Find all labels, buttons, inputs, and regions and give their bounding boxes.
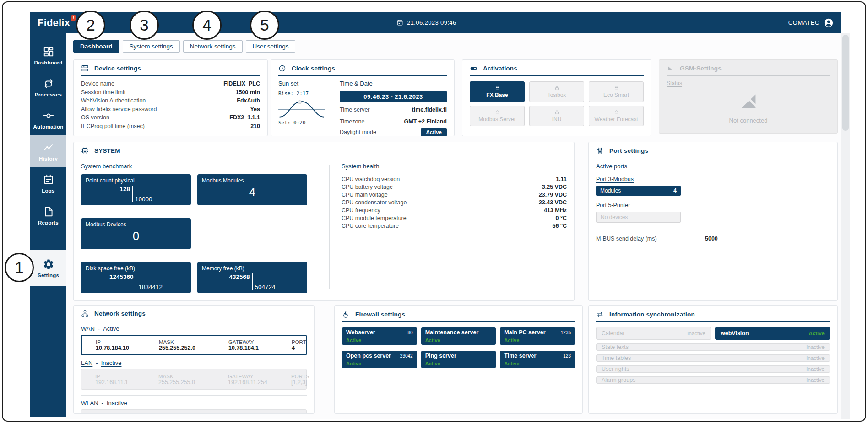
firewall-main-pc-server[interactable]: Main PC server1235Active	[500, 327, 575, 345]
tab-dashboard[interactable]: Dashboard	[73, 40, 119, 53]
sidebar-label: Dashboard	[34, 60, 63, 65]
sync-status: Inactive	[806, 344, 825, 350]
sidebar-item-reports[interactable]: Reports	[30, 199, 66, 231]
tab-network-settings[interactable]: Network settings	[183, 40, 243, 53]
tab-divider	[66, 59, 841, 59]
health-row: CPU battery voltage3.25 VDC	[342, 183, 567, 191]
sync-calendar[interactable]: CalendarInactive	[596, 327, 711, 340]
wlan-link[interactable]: WLAN	[81, 400, 98, 407]
system-benchmark-link[interactable]: System benchmark	[81, 163, 132, 170]
tab-user-settings[interactable]: User settings	[246, 40, 296, 53]
row-value: FIDELIX_PLC	[223, 80, 260, 87]
panel-title: Device settings	[94, 65, 141, 72]
server-name: Webserver	[346, 329, 375, 336]
settings-row: Allow fidelix service passwordYes	[81, 105, 260, 114]
lan-heading: LAN - Inactive	[81, 359, 307, 366]
row-label: Time server	[340, 107, 370, 113]
status-badge: Active	[425, 337, 440, 343]
settings-row: OS versionFDX2_1.1.1	[81, 113, 260, 122]
health-row: CPU module temperature0 °C	[342, 214, 567, 222]
server-port: 123	[563, 353, 571, 359]
firewall-webserver[interactable]: Webserver80Active	[342, 327, 417, 345]
time-date-link[interactable]: Time & Date	[340, 80, 373, 87]
tile-modbus-devices[interactable]: Modbus Devices 0	[81, 218, 191, 249]
lan-config-box[interactable]: IP192.168.11.1 MASK255.255.255.0 GATEWAY…	[81, 369, 307, 390]
wan-link[interactable]: WAN	[81, 325, 95, 332]
field-label: PORTS	[291, 374, 309, 379]
activation-fx-base[interactable]: FX Base	[470, 81, 525, 102]
field-label: PORT	[292, 339, 306, 345]
toggle-icon	[470, 64, 477, 72]
sidebar-item-logs[interactable]: Logs	[30, 167, 66, 199]
tile-value: 128	[119, 186, 130, 193]
user-menu[interactable]: COMATEC	[788, 18, 834, 28]
lan-state[interactable]: Inactive	[101, 359, 122, 366]
sync-alarm-groups[interactable]: Alarm groupsInactive	[596, 376, 830, 384]
row-value: 0 °C	[556, 215, 567, 221]
sidebar-item-dashboard[interactable]: Dashboard	[30, 39, 66, 71]
tile-value: 0	[86, 229, 186, 243]
current-time-date[interactable]: 09:46:23 - 21.6.2023	[340, 91, 447, 102]
sunset-section: Sun set Rise: 2:17 Set: 0:20	[278, 80, 332, 136]
activation-inu[interactable]: INU	[529, 106, 584, 126]
wlan-state[interactable]: Inactive	[107, 400, 127, 407]
activation-eco-smart[interactable]: Eco Smart	[589, 81, 644, 102]
health-row: CPU main voltage23.79 VDC	[342, 191, 567, 198]
sync-user-rights[interactable]: User rightsInactive	[596, 365, 830, 373]
panel-title: Activations	[483, 65, 517, 72]
sidebar-item-automation[interactable]: Automation	[30, 103, 66, 135]
sync-state-texts[interactable]: State textsInactive	[596, 343, 830, 351]
modules-count-bar[interactable]: Modules 4	[596, 186, 681, 196]
port3-modbus-link[interactable]: Port 3-Modbus	[596, 176, 634, 182]
settings-row: TimezoneGMT +2 Finland	[340, 118, 447, 126]
wan-state[interactable]: Active	[103, 325, 119, 332]
sync-webvision[interactable]: webVisionActive	[715, 327, 830, 340]
signal-wedge-icon	[667, 64, 674, 72]
activation-modbus-server[interactable]: Modbus Server	[470, 106, 525, 126]
tile-memory-free[interactable]: Memory free (kB) 432568504724	[197, 262, 307, 293]
daylight-active-button[interactable]: Active	[421, 128, 447, 136]
scrollbar-thumb[interactable]	[842, 35, 849, 131]
info-sync-panel: Information synchronization CalendarInac…	[588, 305, 838, 414]
panel-title: GSM-Settings	[680, 65, 722, 72]
sunset-link[interactable]: Sun set	[278, 80, 298, 87]
row-value: 1.11	[556, 176, 567, 182]
gsm-message: Not connected	[729, 117, 768, 124]
tile-disk-space-free[interactable]: Disk space free (kB) 12453601834412	[81, 262, 191, 293]
tile-modbus-modules[interactable]: Modbus Modules 4	[197, 174, 307, 205]
system-health-link[interactable]: System health	[342, 163, 379, 170]
username: COMATEC	[788, 19, 819, 26]
sync-time-tables[interactable]: Time tablesInactive	[596, 354, 830, 362]
row-value: Yes	[250, 106, 260, 112]
sidebar-label: Logs	[42, 188, 54, 193]
tile-point-count-physical[interactable]: Point count physical 12810000	[81, 174, 191, 205]
lan-link[interactable]: LAN	[81, 359, 92, 366]
sidebar-item-history[interactable]: History	[30, 135, 66, 167]
activation-tosibox[interactable]: Tosibox	[529, 81, 584, 102]
field-label: IP	[96, 339, 159, 345]
panel-title: Network settings	[94, 310, 146, 317]
sidebar-label: Settings	[38, 273, 59, 278]
wan-config-box[interactable]: IP10.78.184.10 MASK255.255.252.0 GATEWAY…	[81, 335, 307, 355]
lock-icon	[554, 85, 560, 91]
fraction-divider	[136, 273, 136, 290]
vertical-scrollbar[interactable]	[841, 33, 850, 419]
firewall-maintenance-server[interactable]: Maintenance serverActive	[421, 327, 496, 345]
port5-printer-link[interactable]: Port 5-Printer	[596, 202, 630, 209]
firewall-time-server[interactable]: Time server123Active	[500, 351, 575, 368]
sync-status: Inactive	[806, 366, 825, 372]
firewall-ping-server[interactable]: Ping serverActive	[421, 351, 496, 368]
tab-system-settings[interactable]: System settings	[123, 40, 180, 53]
row-value: 1500 min	[235, 89, 260, 96]
sidebar-item-processes[interactable]: Processes	[30, 71, 66, 103]
sidebar-item-settings[interactable]: Settings	[30, 250, 66, 286]
gear-icon	[43, 258, 54, 270]
firewall-open-pcs-server[interactable]: Open pcs server23042Active	[342, 351, 417, 368]
sliders-icon	[596, 147, 604, 155]
fidelix-logo[interactable]: Fidelix !	[38, 17, 70, 29]
sun-curve-chart	[278, 98, 327, 119]
activations-header: Activations	[470, 64, 644, 76]
activation-weather-forecast[interactable]: Weather Forecast	[589, 106, 644, 126]
active-ports-link[interactable]: Active ports	[596, 163, 627, 170]
wlan-config-box[interactable]: NETWORK NAME PASSWORDxxxxxxxx PORT192.16…	[81, 409, 307, 414]
